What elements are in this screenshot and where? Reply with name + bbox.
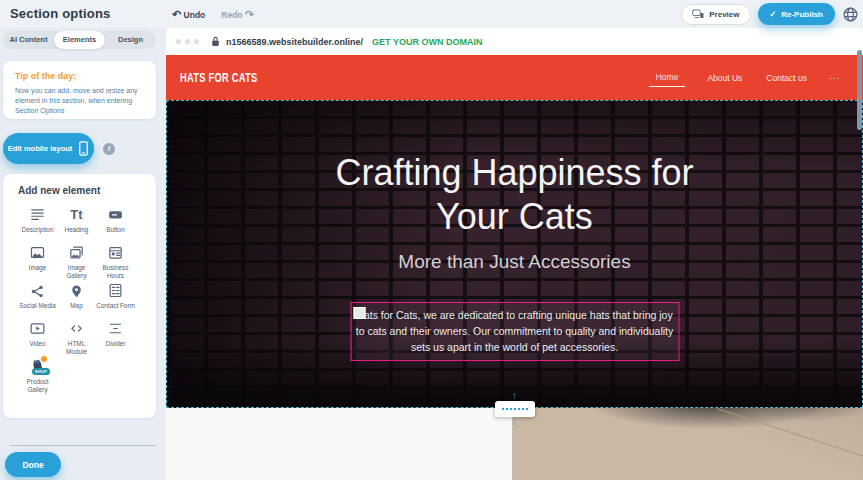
product-gallery-icon: SHOP xyxy=(18,357,57,376)
top-toolbar: Section options ↶ Undo Redo ↷ Preview ✓ … xyxy=(0,0,863,28)
tab-ai-content[interactable]: AI Content xyxy=(3,31,54,49)
edit-mobile-row: Edit mobile layout i xyxy=(3,133,115,164)
info-icon[interactable]: i xyxy=(103,143,115,155)
undo-icon: ↶ xyxy=(172,8,181,20)
heading-icon: Tt xyxy=(57,205,96,224)
element-grid: Description Tt Heading Button Image Imag… xyxy=(18,205,156,395)
sale-badge-icon xyxy=(40,355,48,363)
hero-heading[interactable]: Crafting Happiness for Your Cats xyxy=(265,151,765,239)
globe-icon[interactable] xyxy=(842,6,859,23)
image-icon xyxy=(18,243,57,262)
hero-section[interactable]: Crafting Happiness for Your Cats More th… xyxy=(166,100,863,408)
next-section-image[interactable] xyxy=(512,408,863,480)
element-contact-form[interactable]: Contact Form xyxy=(96,281,135,319)
map-icon xyxy=(57,281,96,300)
social-media-icon xyxy=(18,281,57,300)
element-video[interactable]: Video xyxy=(18,319,57,357)
page-title: Section options xyxy=(10,6,111,21)
nav-home[interactable]: Home xyxy=(649,68,686,87)
site-url: n1566589.websitebuilder.online/ xyxy=(226,37,363,47)
hero-subheading[interactable]: More than Just Accessories xyxy=(315,251,715,273)
video-icon xyxy=(18,319,57,338)
site-preview: n1566589.websitebuilder.online/ GET YOUR… xyxy=(166,28,863,480)
preview-scrollbar[interactable] xyxy=(857,50,862,130)
lock-icon xyxy=(211,36,220,47)
nav-contact-us[interactable]: Contact us xyxy=(764,69,809,87)
element-divider[interactable]: Divider xyxy=(96,319,135,357)
check-icon: ✓ xyxy=(770,10,777,19)
section-resize-handle[interactable]: ↑ ↓ xyxy=(495,401,535,417)
tab-design[interactable]: Design xyxy=(105,31,156,49)
tab-elements[interactable]: Elements xyxy=(54,31,105,49)
drag-handle[interactable] xyxy=(353,307,365,319)
sidebar-divider xyxy=(10,445,156,446)
site-header: HATS FOR CATS Home About Us Contact us ·… xyxy=(166,55,863,100)
browser-dots-icon xyxy=(176,39,199,44)
devices-icon xyxy=(692,9,704,19)
redo-icon: ↷ xyxy=(245,8,254,20)
undo-button[interactable]: ↶ Undo xyxy=(172,8,205,21)
nav-about-us[interactable]: About Us xyxy=(705,69,744,87)
browser-bar: n1566589.websitebuilder.online/ GET YOUR… xyxy=(166,28,863,55)
element-map[interactable]: Map xyxy=(57,281,96,319)
hero-paragraph-selected[interactable]: Hats for Cats, we are dedicated to craft… xyxy=(350,302,679,361)
preview-button[interactable]: Preview xyxy=(681,4,750,25)
nav-more-icon[interactable]: ··· xyxy=(829,73,841,83)
divider-icon xyxy=(96,319,135,338)
business-hours-icon xyxy=(96,243,135,262)
element-social-media[interactable]: Social Media xyxy=(18,281,57,319)
tip-of-the-day-card: Tip of the day: Now you can add, move an… xyxy=(3,61,156,119)
element-html-module[interactable]: HTML Module xyxy=(57,319,96,357)
edit-mobile-layout-button[interactable]: Edit mobile layout xyxy=(3,133,94,164)
element-business-hours[interactable]: Business Hours xyxy=(96,243,135,281)
next-section-blank xyxy=(166,408,512,480)
add-element-title: Add new element xyxy=(18,185,156,196)
resize-arrow-up-icon: ↑ xyxy=(512,391,517,401)
description-icon xyxy=(18,205,57,224)
resize-arrow-down-icon: ↓ xyxy=(512,417,517,427)
element-product-gallery[interactable]: SHOP Product Gallery xyxy=(18,357,57,395)
element-description[interactable]: Description xyxy=(18,205,57,243)
element-heading[interactable]: Tt Heading xyxy=(57,205,96,243)
site-nav: Home About Us Contact us ··· xyxy=(649,55,841,100)
tip-title: Tip of the day: xyxy=(15,71,144,81)
site-logo[interactable]: HATS FOR CATS xyxy=(180,70,257,85)
element-button[interactable]: Button xyxy=(96,205,135,243)
get-domain-link[interactable]: GET YOUR OWN DOMAIN xyxy=(372,37,482,47)
done-button[interactable]: Done xyxy=(5,452,61,477)
tip-body: Now you can add, move and resize any ele… xyxy=(15,86,144,116)
sidebar-tabs: AI Content Elements Design xyxy=(3,31,156,49)
republish-button[interactable]: ✓ Re-Publish xyxy=(758,3,835,25)
shop-badge: SHOP xyxy=(32,368,50,375)
redo-button[interactable]: Redo ↷ xyxy=(221,8,254,21)
add-element-panel: Add new element Description Tt Heading B… xyxy=(3,174,156,418)
undo-redo-group: ↶ Undo Redo ↷ xyxy=(172,0,254,28)
button-icon xyxy=(96,205,135,224)
image-gallery-icon xyxy=(57,243,96,262)
grip-dots-icon xyxy=(502,408,528,410)
contact-form-icon xyxy=(96,281,135,300)
html-module-icon xyxy=(57,319,96,338)
phone-icon xyxy=(78,141,89,156)
toolbar-actions: Preview ✓ Re-Publish xyxy=(681,0,859,28)
element-image[interactable]: Image xyxy=(18,243,57,281)
element-image-gallery[interactable]: Image Gallery xyxy=(57,243,96,281)
section-options-sidebar: AI Content Elements Design Tip of the da… xyxy=(0,28,166,480)
